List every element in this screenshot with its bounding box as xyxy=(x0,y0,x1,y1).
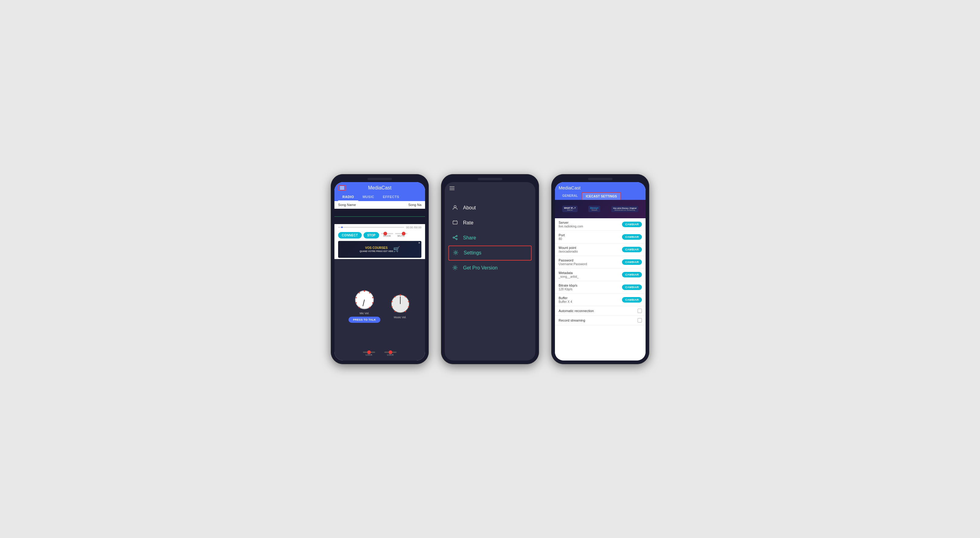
phone-3: MediaCast GENERAL ICECAST SETTINGS WHAT … xyxy=(551,174,649,364)
metadata-info: Metadata _song__artist_ xyxy=(558,271,579,278)
mode-slider-control: MODE xyxy=(381,233,393,237)
reconnection-checkbox[interactable] xyxy=(638,309,642,313)
server-info: Server live.radioking.com xyxy=(558,221,583,228)
menu-about-label: About xyxy=(463,205,476,211)
menu-item-rate[interactable]: Rate xyxy=(445,216,535,230)
ad-line1: VOS COURSES xyxy=(360,246,393,250)
settings-row-mount: Mount point /avocadoradio CAMBIAR xyxy=(555,243,646,256)
port-value: 80 xyxy=(558,237,565,241)
password-value: Username:Password xyxy=(558,262,587,266)
btn-row: CONNECT STOP MODE MUTE xyxy=(334,231,425,240)
tab-effects[interactable]: EFFECTS xyxy=(379,193,404,201)
bitrate-value: 128 Kbp/s xyxy=(558,287,577,291)
password-info: Password Username:Password xyxy=(558,259,587,266)
tab-general[interactable]: GENERAL xyxy=(558,192,582,200)
mode-slider[interactable] xyxy=(381,233,393,234)
port-cambiar-btn[interactable]: CAMBIAR xyxy=(622,234,642,240)
settings-row-port: Port 80 CAMBIAR xyxy=(555,231,646,243)
buffer-label: Buffer xyxy=(558,296,572,300)
mic-knob[interactable] xyxy=(354,289,375,311)
settings-row-bitrate: Bitrate kbp/s 128 Kbp/s CAMBIAR xyxy=(555,281,646,294)
phone-notch-3 xyxy=(588,178,612,180)
port-info: Port 80 xyxy=(558,233,565,241)
mount-cambiar-btn[interactable]: CAMBIAR xyxy=(622,247,642,252)
progress-bar[interactable] xyxy=(338,227,404,228)
p3-tabs: GENERAL ICECAST SETTINGS xyxy=(558,192,642,200)
buffer-value: Buffer X 4 xyxy=(558,300,572,303)
ad-line2: QUAND VOTRE FRIGO EST VIDE xyxy=(360,250,393,252)
password-cambiar-btn[interactable]: CAMBIAR xyxy=(622,259,642,265)
promo-item-2: Disney+ Stream xyxy=(588,206,600,212)
svg-point-7 xyxy=(359,307,360,308)
settings-row-server: Server live.radioking.com CAMBIAR xyxy=(555,218,646,231)
knobs-area: Mic Vol. PRESS TO TALK xyxy=(334,259,425,361)
svg-point-29 xyxy=(453,237,454,238)
metadata-cambiar-btn[interactable]: CAMBIAR xyxy=(622,272,642,278)
streaming-checkbox[interactable] xyxy=(638,318,642,322)
tab-icecast[interactable]: ICECAST SETTINGS xyxy=(582,192,621,201)
lock-thumb-2 xyxy=(389,350,392,354)
person-icon xyxy=(452,205,458,211)
svg-point-3 xyxy=(369,292,370,294)
promo-item-1: WHAT IF...? Marvel xyxy=(562,206,578,212)
progress-controls: 00:00 /00:00 xyxy=(334,224,425,231)
svg-point-33 xyxy=(455,252,457,254)
waveform-line xyxy=(334,216,425,217)
svg-point-19 xyxy=(395,311,396,312)
music-knob-container: Music Vol. xyxy=(390,293,411,319)
ad-banner: VOS COURSES QUAND VOTRE FRIGO EST VIDE 🛒… xyxy=(338,241,422,258)
waveform-area xyxy=(334,209,425,224)
menu-share-label: Share xyxy=(463,235,476,241)
svg-point-6 xyxy=(369,307,370,308)
menu-item-about[interactable]: About xyxy=(445,201,535,216)
time-display: 00:00 /00:00 xyxy=(406,226,422,229)
server-cambiar-btn[interactable]: CAMBIAR xyxy=(622,222,642,227)
menu-item-share[interactable]: Share xyxy=(445,230,535,246)
svg-point-20 xyxy=(391,306,393,308)
svg-line-31 xyxy=(454,236,456,237)
svg-point-30 xyxy=(456,238,457,240)
tab-music[interactable]: MUSIC xyxy=(358,193,379,201)
stop-button[interactable]: STOP xyxy=(364,232,379,238)
checkbox-streaming: Record streaming xyxy=(555,316,646,325)
phone-2-screen: About Rate xyxy=(445,182,535,361)
p3-header: MediaCast GENERAL ICECAST SETTINGS xyxy=(555,182,646,200)
tab-radio[interactable]: RADIO xyxy=(338,193,358,201)
lock-slider-1[interactable] xyxy=(363,351,375,353)
menu-icon-button[interactable] xyxy=(338,185,346,191)
menu-header-2 xyxy=(445,182,535,194)
phone-2: About Rate xyxy=(441,174,539,364)
hamburger-icon[interactable] xyxy=(450,187,530,190)
svg-point-15 xyxy=(405,296,406,297)
svg-point-28 xyxy=(456,235,457,237)
svg-point-10 xyxy=(359,292,360,294)
bitrate-cambiar-btn[interactable]: CAMBIAR xyxy=(622,284,642,290)
svg-point-2 xyxy=(364,290,365,292)
press-to-talk-button[interactable]: PRESS TO TALK xyxy=(348,317,380,323)
lock-slider-2[interactable] xyxy=(384,351,396,353)
lock-row: LOCK LOCK xyxy=(363,351,396,358)
connect-button[interactable]: CONNECT xyxy=(338,232,362,238)
buffer-cambiar-btn[interactable]: CAMBIAR xyxy=(622,297,642,303)
app-header-1: MediaCast RADIO MUSIC EFFECTS xyxy=(334,182,425,201)
music-knob[interactable] xyxy=(390,293,411,314)
mount-label: Mount point xyxy=(558,246,578,249)
star-icon xyxy=(452,220,458,226)
bitrate-info: Bitrate kbp/s 128 Kbp/s xyxy=(558,284,577,291)
lock-thumb-1 xyxy=(367,350,371,354)
settings-row-metadata: Metadata _song__artist_ CAMBIAR xyxy=(555,268,646,281)
svg-point-24 xyxy=(454,205,456,208)
server-label: Server xyxy=(558,221,583,224)
svg-point-5 xyxy=(372,302,373,303)
mount-value: /avocadoradio xyxy=(558,250,578,253)
menu-item-settings[interactable]: Settings xyxy=(449,246,531,260)
song-name-row: Song Name Song Na xyxy=(334,201,425,209)
checkbox-reconnection: Automatic reconnection xyxy=(555,306,646,316)
mode-thumb xyxy=(383,232,387,235)
menu-item-pro[interactable]: Get Pro Version xyxy=(445,260,535,276)
lock-item-1: LOCK xyxy=(363,351,375,356)
menu-pro-label: Get Pro Version xyxy=(463,265,498,271)
ad-badge: ▶ xyxy=(418,241,420,244)
mute-slider[interactable] xyxy=(395,233,407,234)
phone-notch-1 xyxy=(368,178,392,180)
